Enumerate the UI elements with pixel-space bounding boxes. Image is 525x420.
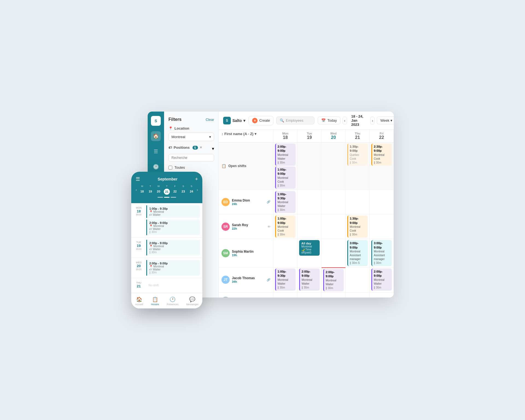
footer-accueil[interactable]: 🏠 Accueil bbox=[135, 296, 143, 306]
shift-card[interactable]: 2:00p-9:00p Montreal Waiter ‖ 30m bbox=[371, 269, 392, 291]
mobile-day-thu: Thu 21 No shift bbox=[131, 278, 202, 293]
avatar-jacob: JT bbox=[221, 276, 230, 284]
toutes-checkbox[interactable] bbox=[168, 166, 172, 170]
footer-messenger[interactable]: 💬 Messenger bbox=[186, 296, 199, 306]
sidebar-clock-icon[interactable]: 🕐 bbox=[151, 162, 161, 172]
location-dropdown[interactable]: Montreal ▾ bbox=[168, 133, 214, 141]
shift-duration: ‖ 30m bbox=[149, 231, 198, 234]
shift-card[interactable]: 1:00p-9:00p Montreal Cook ‖ 30m bbox=[275, 215, 296, 238]
employee-hours-sarah: 22h bbox=[232, 227, 265, 230]
mobile-day-label-wed: Wed 20 6h30 bbox=[131, 258, 146, 278]
footer-horaire[interactable]: 📋 Horaire bbox=[151, 296, 159, 306]
shift-card[interactable]: 2:30p-9:00p Montreal Cook ‖ 30m bbox=[371, 144, 392, 166]
mobile-shift[interactable]: 2:00p - 9:00p 📍 Montreal 🏷 Waiter ‖ 30m bbox=[146, 220, 200, 235]
employee-hours-emma: 24h bbox=[232, 202, 264, 206]
open-shifts-row: 📋 Open shifts 2:00p-9:00p Montreal Waite… bbox=[219, 142, 394, 190]
sort-header[interactable]: ↕ First name (A - Z) ▾ bbox=[219, 130, 273, 142]
mobile-next-icon[interactable]: › bbox=[197, 188, 198, 192]
positions-search-input[interactable] bbox=[168, 154, 214, 162]
employees-search[interactable]: 🔍 Employees bbox=[276, 116, 314, 124]
shift-card[interactable]: 3:00p-9:00p Montreal Assistant manager ‖… bbox=[347, 240, 368, 266]
indicator-dot bbox=[171, 197, 176, 198]
shift-card[interactable]: 1:00p-9:30p Montreal Waiter ‖ 30m bbox=[275, 269, 296, 291]
avatar-sarah: SR bbox=[221, 223, 230, 231]
shift-duration: ‖ 30m bbox=[149, 251, 198, 254]
day-header-mon: Mon 18 bbox=[273, 130, 298, 142]
shift-card[interactable]: 1:30p-9:00p Quebec Cook ‖ 30m bbox=[347, 144, 368, 166]
shift-card[interactable]: 1:00p-9:00p Montreal Cook ‖ 30m bbox=[275, 167, 296, 189]
day-name-fri: Fri bbox=[380, 132, 383, 135]
today-button[interactable]: 📅 Today bbox=[318, 116, 340, 124]
next-week-button[interactable]: › bbox=[370, 117, 375, 124]
mobile-shifts-tue: 2:00p - 9:00p 📍 Montreal 🏷 Waiter ‖ 30m bbox=[146, 238, 202, 258]
day-header-thu: Thu 21 bbox=[346, 130, 370, 142]
filter-title: Filters bbox=[168, 117, 182, 122]
employee-info-sophia: Sophia Martin 19h bbox=[232, 250, 270, 257]
filter-clear-button[interactable]: Clear bbox=[206, 118, 214, 122]
mobile-footer: 🏠 Accueil 📋 Horaire 🕐 Présences 💬 Messen… bbox=[131, 293, 202, 308]
jacob-fri: 2:00p-9:00p Montreal Waiter ‖ 30m bbox=[370, 267, 394, 292]
shift-card[interactable]: 1:00p-9:30p Montreal Waiter ‖ 30m bbox=[275, 191, 296, 213]
mobile-day-abbr-thu: Thu bbox=[133, 281, 144, 284]
company-logo[interactable]: S bbox=[151, 116, 161, 126]
day-num-thu: 21 bbox=[355, 135, 360, 140]
shift-card-allday[interactable]: All day Montreal 🌙 Time off(paid) bbox=[299, 240, 320, 256]
mobile-day-num-thu: 21 bbox=[133, 284, 144, 288]
mobile-indicator bbox=[136, 197, 198, 198]
shift-card[interactable]: 1:30p-9:00p Montreal Cook ‖ 30m bbox=[347, 215, 368, 238]
sidebar-schedule-icon[interactable]: ☰ bbox=[151, 147, 161, 156]
emma-mon: 1:00p-9:30p Montreal Waiter ‖ 30m bbox=[273, 190, 298, 214]
shift-card[interactable]: 3:00p-9:00p Montreal Assistant manager ‖… bbox=[371, 240, 392, 266]
chevron-down-icon: ▾ bbox=[209, 135, 211, 139]
mobile-shift[interactable]: 2:00p - 9:00p 📍 Montreal 🏷 Waiter ‖ 30m bbox=[146, 240, 200, 255]
today-label: Today bbox=[327, 118, 337, 122]
company-selector[interactable]: S Salto ▾ bbox=[223, 117, 245, 124]
mobile-menu-icon[interactable]: ☰ bbox=[136, 176, 140, 182]
avatar-william: WP bbox=[221, 297, 230, 298]
mobile-add-icon[interactable]: + bbox=[195, 176, 198, 182]
jacob-mon: 1:00p-9:30p Montreal Waiter ‖ 30m bbox=[273, 267, 298, 292]
company-avatar: S bbox=[223, 117, 231, 124]
employee-name-sophia: Sophia Martin bbox=[232, 250, 270, 253]
week-chevron-icon: ▾ bbox=[390, 118, 392, 122]
mobile-shift[interactable]: 1:00p - 9:30p 📍 Montreal 🏷 Waiter bbox=[146, 205, 200, 218]
day-name-tue: Tue bbox=[307, 132, 312, 135]
footer-presences[interactable]: 🕐 Présences bbox=[167, 296, 179, 306]
shift-card[interactable]: 2:00p-9:00p Montreal Waiter ‖ 30m bbox=[275, 144, 296, 166]
open-shifts-label-cell: 📋 Open shifts bbox=[219, 142, 273, 190]
sophia-wed bbox=[322, 239, 346, 267]
prev-week-button[interactable]: ‹ bbox=[343, 117, 347, 124]
shift-card[interactable]: 2:00p-9:00p Montreal Waiter ‖ 30m bbox=[323, 269, 344, 291]
employee-cell-william: WP William Perez 0h bbox=[219, 293, 273, 298]
mobile-day-abbr-wed: Wed bbox=[133, 261, 144, 264]
mobile-day-num-mon: 18 bbox=[133, 209, 144, 213]
employee-row-sophia: SM Sophia Martin 19h All day Montreal bbox=[219, 239, 394, 267]
mobile-shift[interactable]: 2:00p - 9:00p 📍 Montreal 🏷 Waiter ‖ 30m bbox=[146, 260, 200, 276]
shift-location: 📍 Montreal bbox=[149, 224, 198, 228]
positions-collapse-icon[interactable]: ▾ bbox=[212, 146, 214, 151]
mobile-nav-row: ☰ September + bbox=[136, 176, 198, 182]
mobile-day-hours-mon: 8h00 bbox=[133, 213, 144, 216]
william-thu bbox=[346, 293, 370, 298]
schedule-body: 📋 Open shifts 2:00p-9:00p Montreal Waite… bbox=[219, 142, 394, 298]
create-button[interactable]: + Create bbox=[249, 116, 273, 125]
search-icon: 🔍 bbox=[280, 118, 284, 122]
shift-role: 🏷 Waiter bbox=[149, 268, 198, 271]
mobile-day-abbr-mon: Mon bbox=[133, 206, 144, 209]
create-plus-icon: + bbox=[252, 118, 258, 123]
william-fri bbox=[370, 293, 394, 298]
topbar: S Salto ▾ + Create 🔍 Employees bbox=[219, 112, 394, 130]
filter-header: Filters Clear bbox=[168, 117, 214, 122]
sidebar-home-icon[interactable]: 🏠 bbox=[151, 131, 161, 141]
sort-label: First name (A - Z) bbox=[224, 132, 253, 136]
positions-clear-icon[interactable]: ✕ bbox=[200, 146, 202, 149]
filter-option-toutes[interactable]: Toutes bbox=[168, 164, 214, 171]
shift-card[interactable]: 2:00p-9:00p Montreal Waiter ‖ 30m bbox=[299, 269, 320, 291]
mobile-prev-icon[interactable]: ‹ bbox=[136, 188, 137, 192]
day-num-mon: 18 bbox=[283, 135, 288, 140]
positions-title: 🏷 Positions 5 ✕ bbox=[168, 145, 202, 150]
mobile-day-tue: Tue 19 6h30 2:00p - 9:00p 📍 Montreal 🏷 W… bbox=[131, 238, 202, 258]
positions-icon: 🏷 bbox=[168, 145, 172, 150]
week-selector[interactable]: Week ▾ bbox=[377, 116, 394, 124]
employee-info-william: William Perez 0h bbox=[232, 297, 270, 298]
